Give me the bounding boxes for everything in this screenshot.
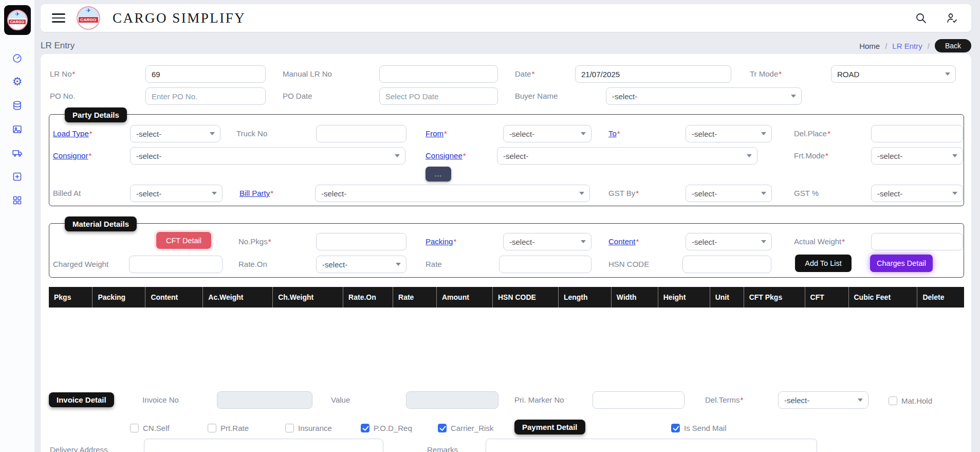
consignor-select[interactable]: -select-	[130, 147, 405, 165]
cft-detail-button[interactable]: CFT Detail	[156, 232, 211, 249]
pod-req-label: P.O.D_Req	[374, 424, 412, 432]
frt-mode-select[interactable]: -select-	[871, 147, 963, 165]
th-hsn-code: HSN CODE	[492, 287, 558, 308]
pod-req-checkbox[interactable]: P.O.D_Req	[361, 422, 412, 433]
invoice-detail-badge: Invoice Detail	[49, 392, 114, 407]
consignee-link[interactable]: Consignee	[426, 151, 463, 160]
to-link[interactable]: To	[608, 129, 617, 138]
packing-label: Packing*	[426, 233, 456, 250]
user-check-icon[interactable]	[946, 12, 958, 24]
required-asterisk: *	[636, 189, 639, 197]
po-date-input[interactable]	[379, 87, 498, 105]
required-asterisk: *	[268, 237, 271, 246]
th-rate-on: Rate.On	[343, 287, 393, 308]
truck-no-input[interactable]	[316, 125, 406, 142]
prt-rate-checkbox[interactable]: Prt.Rate	[208, 422, 249, 433]
from-link[interactable]: From	[426, 129, 443, 138]
delivery-address-label: Delivery Address	[50, 441, 108, 452]
content-label: Content*	[608, 233, 639, 250]
hsn-code-label: HSN CODE	[608, 256, 649, 273]
po-date-label: PO Date	[283, 87, 312, 105]
del-terms-select[interactable]: -select-	[778, 391, 868, 409]
gst-by-select[interactable]: -select-	[686, 185, 772, 202]
delivery-address-input[interactable]	[144, 439, 383, 452]
required-asterisk: *	[89, 129, 93, 138]
th-cubic-feet: Cubic Feet	[848, 287, 917, 308]
back-button[interactable]: Back	[935, 39, 971, 52]
carrier-risk-checkbox-box	[438, 424, 447, 432]
pod-req-checkbox-box	[361, 424, 369, 432]
hsn-code-input[interactable]	[682, 256, 771, 273]
logo-text: CARGO	[8, 19, 27, 25]
consignee-label: Consignee*	[426, 147, 466, 165]
required-asterisk: *	[463, 151, 466, 160]
breadcrumb-home-link[interactable]: Home	[859, 42, 880, 50]
material-details-badge: Material Details	[65, 216, 137, 231]
remarks-input[interactable]	[486, 439, 817, 452]
consignee-select[interactable]: -select-	[497, 147, 757, 165]
gear-icon[interactable]: ⚙	[12, 76, 23, 87]
chevron-down-icon	[791, 95, 796, 98]
required-asterisk: *	[453, 237, 456, 246]
breadcrumb: Home / LR Entry / Back	[859, 39, 971, 52]
add-to-list-button[interactable]: Add To List	[795, 255, 852, 272]
is-send-mail-checkbox[interactable]: Is Send Mail	[671, 422, 727, 433]
page-title: LR Entry	[41, 41, 75, 51]
content-select[interactable]: -select-	[686, 233, 772, 250]
charged-weight-input[interactable]	[129, 256, 223, 273]
manual-lr-no-input[interactable]	[379, 65, 498, 83]
search-icon[interactable]	[915, 12, 927, 24]
insurance-checkbox[interactable]: Insurance	[285, 422, 332, 433]
th-delete: Delete	[917, 287, 964, 308]
cn-self-checkbox[interactable]: CN.Self	[130, 422, 170, 433]
table-header-row: Pkgs Packing Content Ac.Weight Ch.Weight…	[49, 287, 964, 308]
required-asterisk: *	[842, 237, 845, 246]
material-details-section: Material Details CFT Detail No.Pkgs* Pac…	[49, 223, 964, 278]
packing-select[interactable]: -select-	[503, 233, 591, 250]
rate-on-select[interactable]: -select-	[316, 256, 406, 273]
del-place-input[interactable]	[871, 125, 963, 142]
breadcrumb-current-link[interactable]: LR Entry	[892, 42, 922, 50]
cn-self-label: CN.Self	[143, 424, 170, 432]
pri-marker-no-input[interactable]	[593, 391, 685, 409]
bill-party-link[interactable]: Bill Party	[239, 189, 270, 197]
billed-at-select[interactable]: -select-	[130, 185, 223, 202]
rate-on-label: Rate.On	[238, 256, 267, 273]
po-no-input[interactable]	[145, 87, 266, 105]
truck-icon[interactable]	[12, 147, 23, 158]
actual-weight-input[interactable]	[871, 233, 963, 250]
database-icon[interactable]	[12, 100, 23, 111]
to-select[interactable]: -select-	[686, 125, 772, 142]
grid-icon[interactable]	[12, 194, 23, 206]
tr-mode-select[interactable]: ROAD	[831, 65, 956, 83]
insurance-label: Insurance	[298, 424, 332, 432]
sidebar-logo-box[interactable]: ✈ CARGO	[4, 5, 31, 35]
load-type-select[interactable]: -select-	[130, 125, 220, 142]
lr-no-input[interactable]	[145, 65, 266, 83]
charges-detail-button[interactable]: Charges Detail	[870, 255, 933, 272]
packing-link[interactable]: Packing	[426, 237, 453, 246]
bill-party-select[interactable]: -select-	[315, 185, 590, 202]
chevron-down-icon	[581, 132, 586, 135]
gauge-icon[interactable]	[12, 52, 23, 64]
content-link[interactable]: Content	[608, 237, 636, 246]
buyer-name-select[interactable]: -select-	[606, 87, 802, 105]
carrier-risk-checkbox[interactable]: Carrier_Risk	[438, 422, 493, 433]
consignee-more-button[interactable]: ...	[426, 167, 451, 182]
mat-hold-checkbox[interactable]: Mat.Hold	[889, 395, 932, 406]
menu-icon[interactable]	[52, 13, 65, 23]
gst-pct-select[interactable]: -select-	[871, 185, 963, 202]
insurance-checkbox-box	[285, 424, 294, 432]
rate-input[interactable]	[499, 256, 591, 273]
from-select[interactable]: -select-	[503, 125, 591, 142]
image-icon[interactable]	[12, 123, 23, 135]
plane-icon: ✈	[15, 11, 20, 17]
th-pkgs: Pkgs	[49, 287, 93, 308]
date-input[interactable]	[575, 65, 731, 83]
consignor-link[interactable]: Consignor	[53, 151, 88, 160]
chevron-down-icon	[952, 192, 957, 195]
no-pkgs-input[interactable]	[316, 233, 406, 250]
plus-square-icon[interactable]	[12, 171, 23, 182]
load-type-link[interactable]: Load Type	[53, 129, 89, 138]
gst-pct-label: GST %	[794, 185, 819, 202]
